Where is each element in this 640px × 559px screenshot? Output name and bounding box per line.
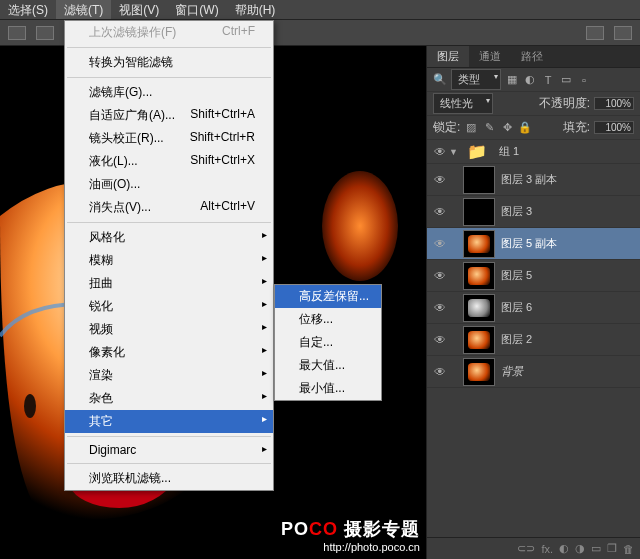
layer-name: 图层 6	[501, 300, 532, 315]
fill-label: 填充:	[563, 119, 590, 136]
menu-last-filter[interactable]: 上次滤镜操作(F)Ctrl+F	[65, 21, 273, 44]
blend-mode-select[interactable]: 线性光	[433, 93, 493, 114]
lock-label: 锁定:	[433, 119, 460, 136]
layer-row[interactable]: 👁图层 6	[427, 292, 640, 324]
menu-window[interactable]: 窗口(W)	[167, 0, 226, 19]
layer-row[interactable]: 👁图层 3 副本	[427, 164, 640, 196]
tab-paths[interactable]: 路径	[511, 46, 553, 67]
visibility-icon[interactable]: 👁	[431, 205, 449, 219]
menu-stylize[interactable]: 风格化	[65, 226, 273, 249]
menu-sharpen[interactable]: 锐化	[65, 295, 273, 318]
tab-layers[interactable]: 图层	[427, 46, 469, 67]
layer-name: 组 1	[499, 144, 519, 159]
menu-liquify[interactable]: 液化(L)...Shift+Ctrl+X	[65, 150, 273, 173]
menu-distort[interactable]: 扭曲	[65, 272, 273, 295]
visibility-icon[interactable]: 👁	[431, 333, 449, 347]
layer-name: 图层 5 副本	[501, 236, 557, 251]
layer-thumb[interactable]	[463, 166, 495, 194]
toolbar-icon[interactable]	[614, 26, 632, 40]
layer-thumb[interactable]	[463, 198, 495, 226]
folder-icon: 📁	[461, 140, 493, 166]
filter-pixel-icon[interactable]: ▦	[505, 73, 519, 87]
opacity-label: 不透明度:	[539, 95, 590, 112]
filter-smart-icon[interactable]: ▫	[577, 73, 591, 87]
menu-minimum[interactable]: 最小值...	[275, 377, 381, 400]
watermark: POCO 摄影专题 http://photo.poco.cn	[281, 517, 420, 553]
layer-row[interactable]: 👁▼📁组 1	[427, 140, 640, 164]
lock-move-icon[interactable]: ✥	[500, 121, 514, 135]
menu-lens[interactable]: 镜头校正(R)...Shift+Ctrl+R	[65, 127, 273, 150]
menu-gallery[interactable]: 滤镜库(G)...	[65, 81, 273, 104]
visibility-icon[interactable]: 👁	[431, 301, 449, 315]
link-icon[interactable]: ⊂⊃	[517, 542, 535, 555]
menu-offset[interactable]: 位移...	[275, 308, 381, 331]
layer-row[interactable]: 👁图层 3	[427, 196, 640, 228]
layer-thumb[interactable]	[463, 326, 495, 354]
menu-view[interactable]: 视图(V)	[111, 0, 167, 19]
layer-thumb[interactable]	[463, 294, 495, 322]
layer-thumb[interactable]	[463, 262, 495, 290]
tab-channels[interactable]: 通道	[469, 46, 511, 67]
adjust-icon[interactable]: ◑	[575, 542, 585, 555]
menu-oil[interactable]: 油画(O)...	[65, 173, 273, 196]
search-icon: 🔍	[433, 73, 447, 87]
filter-type-icon[interactable]: T	[541, 73, 555, 87]
menu-wide-angle[interactable]: 自适应广角(A)...Shift+Ctrl+A	[65, 104, 273, 127]
kind-select[interactable]: 类型	[451, 69, 501, 90]
menu-vanish[interactable]: 消失点(V)...Alt+Ctrl+V	[65, 196, 273, 219]
menu-convert-smart[interactable]: 转换为智能滤镜	[65, 51, 273, 74]
menu-select[interactable]: 选择(S)	[0, 0, 56, 19]
visibility-icon[interactable]: 👁	[431, 365, 449, 379]
filter-menu: 上次滤镜操作(F)Ctrl+F 转换为智能滤镜 滤镜库(G)... 自适应广角(…	[64, 20, 274, 491]
filter-shape-icon[interactable]: ▭	[559, 73, 573, 87]
menu-blur[interactable]: 模糊	[65, 249, 273, 272]
menu-custom[interactable]: 自定...	[275, 331, 381, 354]
menu-digimarc[interactable]: Digimarc	[65, 440, 273, 460]
mask-icon[interactable]: ◐	[559, 542, 569, 555]
layer-row[interactable]: 👁背景	[427, 356, 640, 388]
menu-highpass[interactable]: 高反差保留...	[275, 285, 381, 308]
layer-thumb[interactable]	[463, 230, 495, 258]
menu-filter[interactable]: 滤镜(T)	[56, 0, 111, 19]
new-layer-icon[interactable]: ❐	[607, 542, 617, 555]
layer-name: 图层 2	[501, 332, 532, 347]
menu-browse-online[interactable]: 浏览联机滤镜...	[65, 467, 273, 490]
svg-point-0	[322, 171, 398, 281]
menu-other[interactable]: 其它	[65, 410, 273, 433]
layer-name: 图层 3	[501, 204, 532, 219]
layer-row[interactable]: 👁图层 5	[427, 260, 640, 292]
visibility-icon[interactable]: 👁	[431, 237, 449, 251]
menu-pixelate[interactable]: 像素化	[65, 341, 273, 364]
layer-thumb[interactable]	[463, 358, 495, 386]
disclosure-icon[interactable]: ▼	[449, 147, 459, 157]
visibility-icon[interactable]: 👁	[431, 269, 449, 283]
toolbar-icon[interactable]	[8, 26, 26, 40]
menu-render[interactable]: 渲染	[65, 364, 273, 387]
toolbar-icon[interactable]	[36, 26, 54, 40]
menu-video[interactable]: 视频	[65, 318, 273, 341]
fx-icon[interactable]: fx.	[541, 543, 553, 555]
trash-icon[interactable]: 🗑	[623, 543, 634, 555]
lock-trans-icon[interactable]: ▨	[464, 121, 478, 135]
other-submenu: 高反差保留... 位移... 自定... 最大值... 最小值...	[274, 284, 382, 401]
svg-point-2	[24, 394, 36, 418]
lock-paint-icon[interactable]: ✎	[482, 121, 496, 135]
layer-name: 图层 3 副本	[501, 172, 557, 187]
toolbar-icon[interactable]	[586, 26, 604, 40]
visibility-icon[interactable]: 👁	[431, 173, 449, 187]
layer-row[interactable]: 👁图层 2	[427, 324, 640, 356]
layer-name: 背景	[501, 364, 523, 379]
filter-adjust-icon[interactable]: ◐	[523, 73, 537, 87]
menu-help[interactable]: 帮助(H)	[227, 0, 284, 19]
fill-input[interactable]: 100%	[594, 121, 634, 134]
lock-all-icon[interactable]: 🔒	[518, 121, 532, 135]
layer-row[interactable]: 👁图层 5 副本	[427, 228, 640, 260]
group-icon[interactable]: ▭	[591, 542, 601, 555]
menu-maximum[interactable]: 最大值...	[275, 354, 381, 377]
opacity-input[interactable]: 100%	[594, 97, 634, 110]
menu-noise[interactable]: 杂色	[65, 387, 273, 410]
layer-name: 图层 5	[501, 268, 532, 283]
visibility-icon[interactable]: 👁	[431, 145, 449, 159]
